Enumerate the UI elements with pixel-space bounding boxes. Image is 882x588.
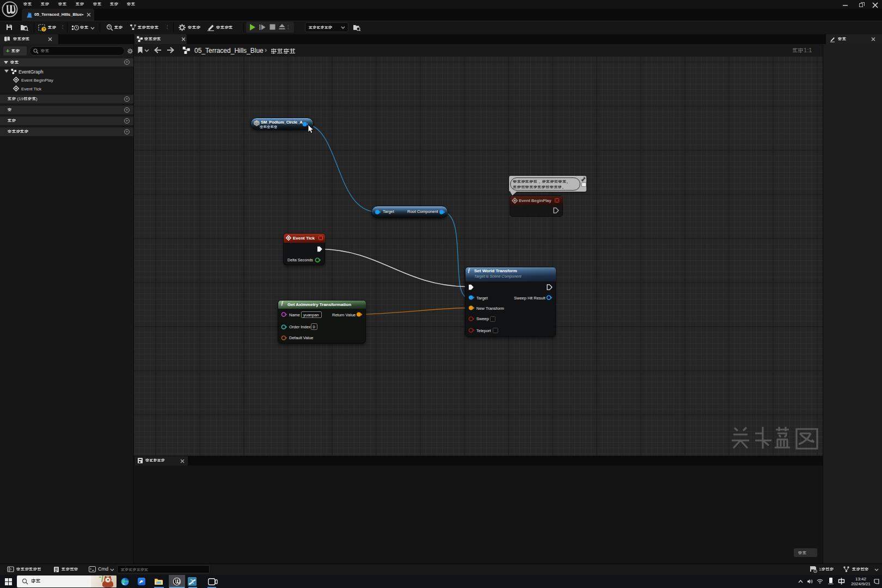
svg-text:↷: ↷: [108, 25, 111, 29]
svg-text:?: ?: [42, 27, 45, 32]
